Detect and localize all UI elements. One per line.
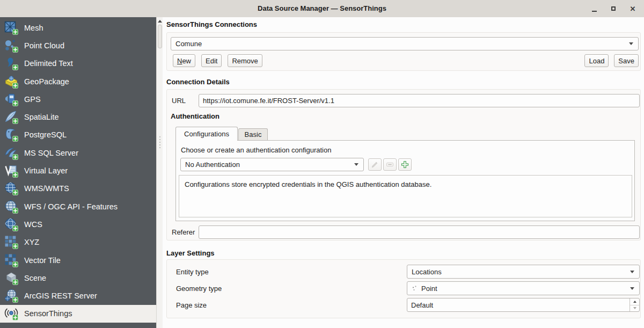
entity-type-value: Locations <box>412 268 442 276</box>
delimited-text-icon <box>4 56 18 70</box>
chevron-down-icon <box>630 287 634 290</box>
load-button[interactable]: Load <box>584 54 609 67</box>
wfs-ogc-api-icon <box>4 200 18 214</box>
sidebar-item-sensorthings[interactable]: SensorThings <box>0 305 156 323</box>
tab-configurations-label: Configurations <box>184 130 229 138</box>
edit-button-label: Edit <box>206 57 217 65</box>
sidebar-item-gps[interactable]: GPS <box>0 90 156 108</box>
ms-sql-server-icon <box>4 146 18 160</box>
connection-select-value: Comune <box>175 40 202 48</box>
choose-config-label: Choose or create an authentication confi… <box>181 146 331 154</box>
sidebar-item-arcgis-rest-server[interactable]: ArcGIS REST Server <box>0 287 156 304</box>
sidebar-item-wcs[interactable]: WCS <box>0 215 156 233</box>
sidebar-item-ms-sql-server[interactable]: MS SQL Server <box>0 144 156 162</box>
remove-auth-config-button[interactable] <box>383 158 397 171</box>
window-controls: ✕ <box>588 0 639 17</box>
tab-basic-label: Basic <box>245 130 262 139</box>
sidebar-item-label: Virtual Layer <box>24 166 68 175</box>
wcs-icon <box>4 217 18 231</box>
edit-auth-config-button[interactable] <box>368 158 382 171</box>
layer-settings-title: Layer Settings <box>166 249 215 257</box>
page-size-spinner[interactable]: Default <box>407 298 640 312</box>
minus-icon <box>385 160 394 169</box>
sidebar-item-spatialite[interactable]: SpatiaLite <box>0 108 156 126</box>
url-input[interactable] <box>199 94 640 107</box>
point-cloud-icon <box>4 39 18 53</box>
sidebar-item-label: Delimited Text <box>24 59 73 68</box>
sidebar-item-vector-tile[interactable]: Vector Tile <box>0 251 156 269</box>
new-connection-button[interactable]: New <box>173 54 195 67</box>
sidebar-item-label: Point Cloud <box>24 41 64 50</box>
spin-down-button[interactable] <box>630 305 639 312</box>
maximize-icon <box>611 6 616 11</box>
sidebar-item-label: SpatiaLite <box>24 113 59 121</box>
connection-details-title: Connection Details <box>166 78 230 86</box>
scroll-up-icon[interactable] <box>158 20 162 23</box>
save-button-label: Save <box>618 57 634 65</box>
add-auth-config-button[interactable] <box>398 158 412 171</box>
gps-icon <box>4 92 18 106</box>
tab-basic[interactable]: Basic <box>238 128 268 140</box>
remove-connection-button[interactable]: Remove <box>228 54 262 67</box>
scrollbar-thumb[interactable] <box>158 25 162 48</box>
auth-config-select-value: No Authentication <box>185 161 240 169</box>
sidebar-item-label: Vector Tile <box>24 256 61 265</box>
tab-configurations[interactable]: Configurations <box>175 127 238 141</box>
arcgis-rest-server-icon <box>4 289 18 303</box>
connection-io-actions: Load Save <box>584 54 639 67</box>
sidebar-item-label: WFS / OGC API - Features <box>24 202 118 211</box>
minimize-button[interactable] <box>588 2 600 15</box>
sidebar-item-geopackage[interactable]: GeoPackage <box>0 72 156 90</box>
sidebar-item-label: SensorThings <box>24 309 72 318</box>
sidebar-item-scene[interactable]: Scene <box>0 269 156 287</box>
entity-type-select[interactable]: Locations <box>407 265 640 279</box>
page-size-spin-buttons <box>630 298 639 311</box>
vector-tile-icon <box>4 253 18 267</box>
remove-button-label: Remove <box>232 57 258 65</box>
sidebar-item-delimited-text[interactable]: Delimited Text <box>0 55 156 72</box>
spin-up-icon <box>633 301 636 303</box>
window-title: Data Source Manager — SensorThings <box>0 0 644 17</box>
save-button[interactable]: Save <box>614 54 639 67</box>
auth-info-text: Configurations store encrypted credentia… <box>185 180 431 188</box>
scene-icon <box>4 271 18 285</box>
sidebar-item-mesh[interactable]: Mesh <box>0 19 156 37</box>
spin-down-icon <box>633 307 636 309</box>
main-panel: SensorThings Connections Comune New Edit… <box>163 17 644 328</box>
close-button[interactable]: ✕ <box>627 2 639 15</box>
sidebar-item-postgresql[interactable]: PostgreSQL <box>0 126 156 144</box>
spin-up-button[interactable] <box>630 298 639 305</box>
sidebar-item-label: Mesh <box>24 24 43 32</box>
url-label: URL <box>172 97 186 105</box>
plus-icon <box>400 160 409 169</box>
sidebar-item-wfs-ogc-api-features[interactable]: WFS / OGC API - Features <box>0 198 156 215</box>
sidebar-item-label: ArcGIS REST Server <box>24 291 97 300</box>
new-button-label: New <box>177 57 191 65</box>
geometry-type-select[interactable]: Point <box>407 281 640 295</box>
titlebar: Data Source Manager — SensorThings ✕ <box>0 0 644 17</box>
load-button-label: Load <box>589 57 604 65</box>
page-size-label: Page size <box>176 301 207 309</box>
geometry-type-label: Geometry type <box>176 285 222 293</box>
auth-config-select[interactable]: No Authentication <box>180 158 364 171</box>
sidebar-item-label: Scene <box>24 274 46 282</box>
wms-wmts-icon <box>4 181 18 195</box>
sensorthings-icon <box>4 307 18 320</box>
sidebar-item-point-cloud[interactable]: Point Cloud <box>0 37 156 54</box>
chevron-down-icon <box>630 271 634 273</box>
geopackage-icon <box>4 75 18 89</box>
sidebar-item-virtual-layer[interactable]: Virtual Layer <box>0 162 156 179</box>
edit-connection-button[interactable]: Edit <box>201 54 222 67</box>
geometry-type-value: Point <box>421 285 437 293</box>
mesh-icon <box>4 21 18 35</box>
sidebar-item-wms-wmts[interactable]: WMS/WMTS <box>0 180 156 198</box>
sidebar-item-xyz[interactable]: XYZ <box>0 234 156 251</box>
pencil-icon <box>370 160 379 169</box>
maximize-button[interactable] <box>608 2 619 15</box>
connection-select[interactable]: Comune <box>171 37 639 50</box>
sidebar-item-label: WMS/WMTS <box>24 184 69 193</box>
referer-input[interactable] <box>199 225 640 239</box>
splitter-handle-icon[interactable] <box>159 136 160 137</box>
sidebar: MeshPoint CloudDelimited TextGeoPackageG… <box>0 17 156 328</box>
auth-info-box: Configurations store encrypted credentia… <box>179 175 632 217</box>
